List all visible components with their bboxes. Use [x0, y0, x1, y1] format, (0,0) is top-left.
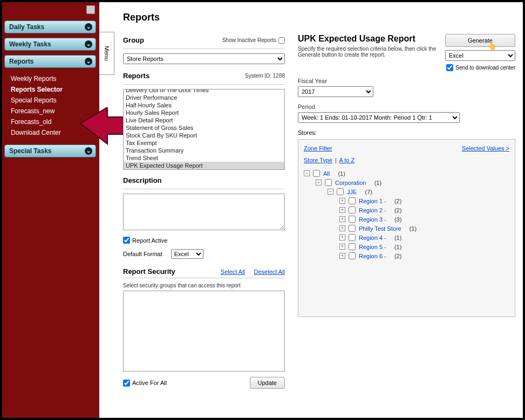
collapse-icon[interactable]	[86, 5, 95, 14]
tree-node-label[interactable]: All	[323, 170, 330, 177]
tree-node-label[interactable]: JJE	[347, 189, 357, 195]
active-for-all-label: Active For All	[132, 380, 167, 386]
list-item[interactable]: Delivery Out of The Door Times	[124, 89, 284, 94]
generate-button[interactable]: Generate	[445, 34, 515, 47]
tree-node-count: (1)	[333, 170, 345, 177]
tree-row: −Corporation (1)	[304, 178, 509, 187]
security-heading: Report Security	[123, 267, 175, 276]
tree-node-label[interactable]: Region 4 -	[359, 235, 386, 241]
tree-checkbox[interactable]	[313, 170, 320, 177]
tree-node-label[interactable]: Region 6 -	[359, 253, 386, 259]
tree-checkbox[interactable]	[349, 197, 356, 204]
send-download-checkbox[interactable]	[446, 64, 453, 71]
tree-checkbox[interactable]	[349, 252, 356, 259]
description-textarea[interactable]	[123, 194, 285, 230]
tree-checkbox[interactable]	[325, 179, 332, 186]
period-select[interactable]: Week: 1 Ends: 01-10-2017 Month: Period 1…	[298, 112, 460, 123]
selected-values-link[interactable]: Selected Values >	[462, 145, 509, 152]
active-for-all-checkbox[interactable]	[123, 380, 130, 387]
menu-flyout-tab[interactable]: Menu	[99, 32, 114, 75]
period-label: Period	[298, 104, 515, 110]
subnav-reports-selector[interactable]: Reports Selector	[9, 84, 99, 95]
send-download-label: Send to download center	[455, 65, 515, 71]
atoz-link[interactable]: A to Z	[339, 157, 354, 163]
tree-row: +Region 2 - (2)	[304, 205, 509, 215]
list-item[interactable]: Half Hourly Sales	[124, 101, 284, 109]
deselect-all-link[interactable]: Deselect All	[254, 268, 285, 275]
tree-node-count: (1)	[369, 180, 381, 186]
store-type-link[interactable]: Store Type	[304, 157, 332, 163]
report-active-checkbox[interactable]	[123, 237, 130, 244]
chevron-down-icon: ⌄	[85, 147, 92, 155]
stores-tree-panel: Zone Filter Selected Values > Store Type…	[298, 139, 515, 317]
list-item[interactable]: Stock Card By SKU Report	[124, 132, 284, 139]
stores-label: Stores:	[298, 129, 515, 136]
page-title: Reports	[123, 12, 515, 23]
list-item[interactable]: Statement of Gross Sales	[124, 124, 284, 132]
tree-node-label[interactable]: Region 2 -	[359, 207, 386, 214]
list-item[interactable]: Driver Performance	[124, 94, 284, 101]
tree-node-label[interactable]: Region 1 -	[359, 198, 386, 204]
tree-checkbox[interactable]	[337, 188, 344, 195]
default-format-select[interactable]: Excel	[171, 249, 203, 259]
subnav-download-center[interactable]: Download Center	[9, 127, 99, 138]
tree-row: +Region 3 - (3)	[304, 215, 509, 224]
tree-toggle-icon[interactable]: −	[316, 180, 322, 185]
reports-submenu: Weekly Reports Reports Selector Special …	[2, 72, 99, 142]
subnav-weekly-reports[interactable]: Weekly Reports	[9, 73, 99, 84]
zone-filter-link[interactable]: Zone Filter	[304, 145, 332, 152]
tree-toggle-icon[interactable]: +	[339, 207, 345, 213]
tree-row: +Region 1 - (2)	[304, 196, 509, 205]
tree-checkbox[interactable]	[349, 225, 356, 232]
tree-toggle-icon[interactable]: −	[328, 189, 333, 195]
chevron-down-icon: ⌄	[85, 23, 92, 31]
tree-node-label[interactable]: Region 3 -	[359, 216, 386, 223]
tree-toggle-icon[interactable]: +	[339, 225, 345, 231]
tree-node-count: (2)	[390, 198, 402, 204]
tree-row: −All (1)	[304, 169, 509, 178]
list-item[interactable]: Hourly Sales Report	[124, 109, 284, 116]
tree-toggle-icon[interactable]: +	[339, 198, 345, 204]
list-item[interactable]: Trend Sheet	[124, 154, 284, 162]
nav-weekly-tasks[interactable]: Weekly Tasks ⌄	[4, 38, 96, 51]
tree-checkbox[interactable]	[349, 206, 356, 214]
fiscal-year-label: Fiscal Year	[298, 78, 515, 84]
subnav-forecasts-new[interactable]: Forecasts_new	[9, 106, 99, 116]
security-groups-listbox[interactable]	[123, 291, 285, 371]
reports-listbox[interactable]: Credit Card by TypeDaily Dashboard - New…	[123, 89, 285, 170]
tree-checkbox[interactable]	[349, 234, 356, 241]
nav-label: Special Tasks	[9, 147, 52, 155]
nav-daily-tasks[interactable]: Daily Tasks ⌄	[4, 20, 96, 33]
update-button[interactable]: Update	[250, 377, 285, 389]
tree-row: +Region 5 - (1)	[304, 242, 509, 251]
nav-reports[interactable]: Reports ⌄	[4, 55, 96, 68]
nav-special-tasks[interactable]: Special Tasks ⌄	[4, 144, 96, 157]
subnav-special-reports[interactable]: Special Reports	[9, 95, 99, 106]
tree-toggle-icon[interactable]: +	[339, 244, 345, 250]
chevron-down-icon: ⌄	[85, 40, 92, 48]
tree-toggle-icon[interactable]: −	[304, 170, 310, 176]
tree-checkbox[interactable]	[349, 243, 356, 250]
tree-node-label[interactable]: Region 5 -	[359, 244, 386, 250]
default-format-label: Default Format	[123, 251, 162, 257]
tree-toggle-icon[interactable]: +	[339, 216, 345, 222]
show-inactive-checkbox[interactable]	[278, 37, 285, 44]
output-format-select[interactable]: Excel	[445, 50, 515, 61]
tree-node-label[interactable]: Philly Test Store	[359, 225, 401, 232]
list-item[interactable]: Transaction Summary	[124, 147, 284, 154]
tree-checkbox[interactable]	[349, 216, 356, 223]
select-all-link[interactable]: Select All	[221, 268, 245, 275]
subnav-forecasts-old[interactable]: Forecasts_old	[9, 116, 99, 127]
fiscal-year-select[interactable]: 2017	[298, 86, 373, 97]
tree-node-count: (3)	[390, 216, 402, 223]
list-item[interactable]: Tax Exempt	[124, 139, 284, 147]
list-item[interactable]: UPK Expected Usage Report	[124, 162, 284, 169]
tree-toggle-icon[interactable]: +	[339, 235, 345, 240]
list-item[interactable]: Live Detail Report	[124, 116, 284, 124]
tree-row: −JJE (7)	[304, 187, 509, 196]
tree-toggle-icon[interactable]: +	[339, 253, 345, 259]
group-heading: Group	[123, 36, 144, 44]
group-select[interactable]: Store Reports	[123, 53, 285, 64]
system-id: System ID: 1288	[245, 73, 285, 79]
tree-node-label[interactable]: Corporation	[335, 180, 366, 186]
